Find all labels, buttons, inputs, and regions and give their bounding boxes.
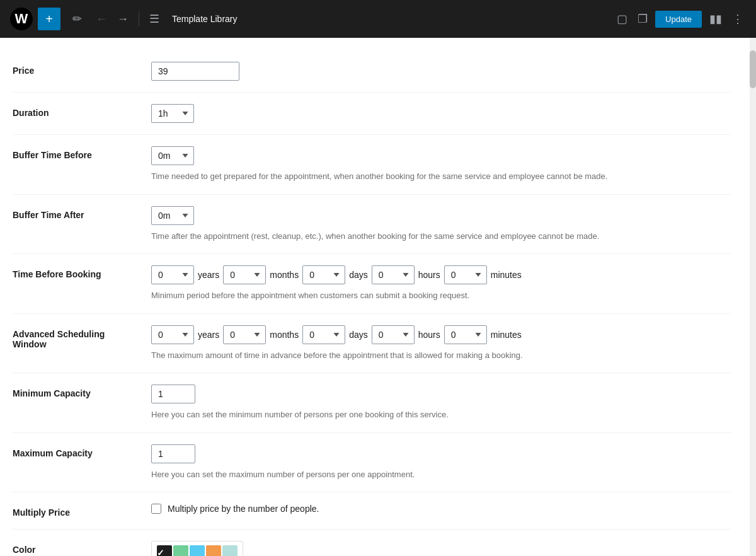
time-before-booking-hint: Minimum period before the appointment wh… [151,289,731,302]
tbb-years-select[interactable]: 012 [151,265,194,284]
minimum-capacity-content: Here you can set the minimum number of p… [151,385,731,421]
advanced-scheduling-content: 012 years 01236 months 012714 days 01261… [151,325,731,362]
topbar-title: Template Library [172,14,609,24]
color-swatch-4[interactable] [222,545,238,556]
maximum-capacity-content: Here you can set the maximum number of p… [151,444,731,481]
color-swatch-3[interactable] [206,545,221,556]
tbb-minutes-select[interactable]: 0153045 [444,265,487,284]
minimum-capacity-label: Minimum Capacity [13,385,151,398]
multiply-price-checkbox[interactable] [151,504,161,514]
separator [139,11,139,26]
pencil-button[interactable]: ✏ [66,8,88,30]
minimum-capacity-hint: Here you can set the minimum number of p… [151,408,731,421]
color-label: Color [13,541,151,555]
topbar: W + ✏ ← → ☰ Template Library ▢ ❐ Update … [0,0,756,38]
color-swatch-1[interactable] [173,545,188,556]
buffer-before-content: 0m5m10m15m30m45m1h Time needed to get pr… [151,146,731,183]
multiply-price-row: Multiply Price Multiply price by the num… [13,492,731,530]
topbar-right: ▢ ❐ Update ▮▮ ⋮ [614,9,746,28]
maximum-capacity-label: Maximum Capacity [13,444,151,458]
sidebar-toggle-button[interactable]: ▮▮ [707,9,724,28]
update-button[interactable]: Update [655,11,702,28]
menu-button[interactable]: ☰ [147,9,162,28]
advanced-scheduling-picker: 012 years 01236 months 012714 days 01261… [151,325,731,344]
tbb-days-select[interactable]: 012714 [302,265,345,284]
minimum-capacity-row: Minimum Capacity Here you can set the mi… [13,373,731,433]
buffer-after-select[interactable]: 0m5m10m15m30m45m1h [151,206,194,225]
asw-years-select[interactable]: 012 [151,325,194,344]
color-swatch-2[interactable] [190,545,205,556]
duration-select[interactable]: 15m30m45m1h1h 15m1h 30m2h [151,104,194,123]
preview-desktop-button[interactable]: ▢ [614,9,630,28]
minimum-capacity-input[interactable] [151,385,195,403]
asw-hours-select[interactable]: 012612 [372,325,415,344]
tbb-hours-select[interactable]: 012612 [372,265,415,284]
tbb-months-label: months [270,270,299,280]
time-before-booking-label: Time Before Booking [13,265,151,279]
price-content [151,62,731,81]
advanced-scheduling-hint: The maximum amount of time in advance be… [151,349,731,362]
buffer-before-label: Buffer Time Before [13,146,151,160]
multiply-price-checkbox-row: Multiply price by the number of people. [151,504,731,514]
tbb-hours-label: hours [418,270,440,280]
time-before-booking-row: Time Before Booking 012 years 01236 mont… [13,254,731,314]
time-before-booking-content: 012 years 01236 months 012714 days 01261… [151,265,731,302]
maximum-capacity-row: Maximum Capacity Here you can set the ma… [13,433,731,493]
duration-label: Duration [13,104,151,118]
time-before-booking-picker: 012 years 01236 months 012714 days 01261… [151,265,731,284]
asw-minutes-select[interactable]: 0153045 [444,325,487,344]
wp-logo: W [10,8,33,30]
asw-months-label: months [270,330,299,340]
advanced-scheduling-row: Advanced SchedulingWindow 012 years 0123… [13,314,731,374]
color-swatch-0[interactable]: ✓ [157,545,172,556]
add-button[interactable]: + [38,8,60,30]
color-content: ✓ [151,541,731,556]
price-label: Price [13,62,151,76]
buffer-after-hint: Time after the appointment (rest, cleanu… [151,230,731,243]
tbb-days-label: days [349,270,368,280]
color-swatches: ✓ [151,541,243,556]
duration-row: Duration 15m30m45m1h1h 15m1h 30m2h [13,93,731,135]
redo-button[interactable]: → [115,10,131,28]
color-row: Color ✓ [13,530,731,556]
asw-days-select[interactable]: 012714 [302,325,345,344]
maximum-capacity-hint: Here you can set the maximum number of p… [151,468,731,481]
undo-button[interactable]: ← [93,10,110,28]
asw-days-label: days [349,330,368,340]
buffer-after-label: Buffer Time After [13,206,151,220]
multiply-price-label: Multiply Price [13,504,151,518]
tbb-minutes-label: minutes [491,270,522,280]
asw-hours-label: hours [418,330,440,340]
multiply-price-content: Multiply price by the number of people. [151,504,731,514]
scrollbar-thumb[interactable] [750,50,756,88]
buffer-after-row: Buffer Time After 0m5m10m15m30m45m1h Tim… [13,195,731,255]
main-content: Price Duration 15m30m45m1h1h 15m1h 30m2h… [0,38,756,556]
buffer-before-row: Buffer Time Before 0m5m10m15m30m45m1h Ti… [13,135,731,195]
tbb-years-label: years [198,270,219,280]
duration-content: 15m30m45m1h1h 15m1h 30m2h [151,104,731,123]
price-input[interactable] [151,62,239,81]
more-options-button[interactable]: ⋮ [730,9,746,28]
tbb-months-select[interactable]: 01236 [223,265,266,284]
buffer-before-hint: Time needed to get prepared for the appo… [151,170,731,183]
maximum-capacity-input[interactable] [151,444,195,463]
external-link-button[interactable]: ❐ [635,9,650,28]
asw-minutes-label: minutes [491,330,522,340]
buffer-after-content: 0m5m10m15m30m45m1h Time after the appoin… [151,206,731,243]
asw-months-select[interactable]: 01236 [223,325,266,344]
buffer-before-select[interactable]: 0m5m10m15m30m45m1h [151,146,194,165]
scrollbar[interactable] [750,38,756,556]
advanced-scheduling-label: Advanced SchedulingWindow [13,325,151,349]
asw-years-label: years [198,330,219,340]
price-row: Price [13,50,731,93]
multiply-price-checkbox-label[interactable]: Multiply price by the number of people. [168,504,319,514]
